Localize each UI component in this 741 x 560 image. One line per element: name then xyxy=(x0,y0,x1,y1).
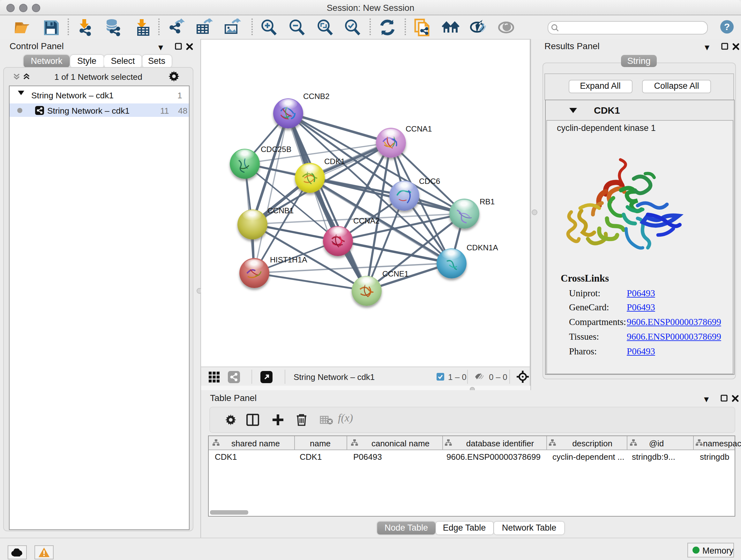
svg-text:?: ? xyxy=(724,21,730,32)
